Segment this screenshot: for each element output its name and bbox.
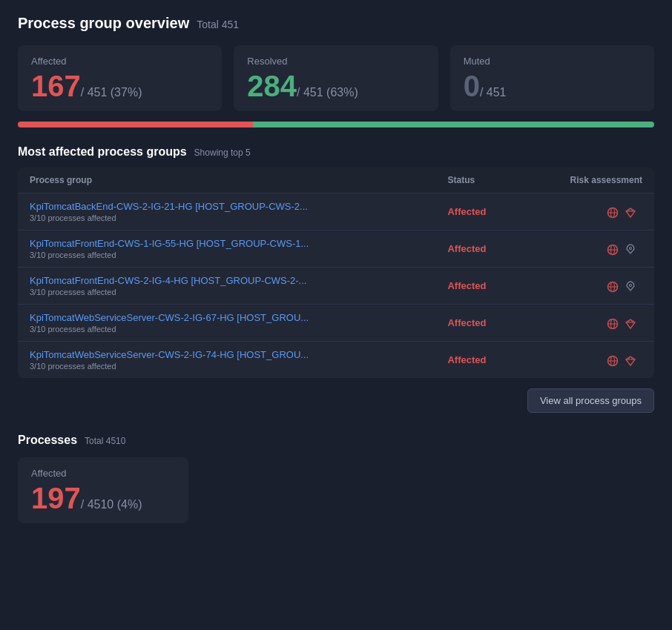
process-groups-table: Process group Status Risk assessment Kpi…: [18, 168, 654, 378]
status-badge: Affected: [447, 354, 486, 365]
muted-label: Muted: [464, 56, 641, 67]
status-badge: Affected: [447, 317, 486, 328]
status-badge: Affected: [447, 206, 486, 217]
muted-card: Muted 0/ 451: [450, 45, 654, 111]
processes-total: Total 4510: [85, 436, 125, 446]
risk-icons: [533, 205, 642, 218]
muted-num: 0: [464, 70, 480, 102]
table-row: KpiTomcatWebServiceServer-CWS-2-IG-67-HG…: [18, 305, 654, 342]
affected-num: 167: [31, 70, 81, 102]
status-badge: Affected: [447, 280, 486, 291]
risk-icons: [533, 316, 642, 329]
risk-icons: [533, 279, 642, 292]
processes-affected-label: Affected: [31, 468, 175, 479]
globe-icon: [607, 242, 619, 255]
page-title: Process group overview: [18, 15, 189, 32]
process-link[interactable]: KpiTomcatFrontEnd-CWS-1-IG-55-HG [HOST_G…: [30, 238, 424, 249]
affected-card: Affected 167/ 451 (37%): [18, 45, 222, 111]
gem-icon: [625, 205, 636, 218]
resolved-sub: / 451 (63%): [297, 86, 358, 99]
globe-icon: [607, 205, 619, 218]
process-link[interactable]: KpiTomcatBackEnd-CWS-2-IG-21-HG [HOST_GR…: [30, 201, 424, 212]
svg-marker-18: [626, 319, 635, 328]
svg-marker-3: [626, 208, 635, 217]
status-badge: Affected: [447, 243, 486, 254]
processes-affected-num: 197: [31, 482, 81, 514]
resolved-label: Resolved: [247, 56, 424, 67]
view-all-button[interactable]: View all process groups: [527, 388, 654, 413]
muted-value: 0/ 451: [464, 71, 641, 101]
progress-green: [253, 122, 654, 127]
process-sub: 3/10 processes affected: [30, 288, 424, 296]
processes-title: Processes: [18, 434, 77, 447]
processes-affected-card: Affected 197/ 4510 (4%): [18, 457, 188, 523]
col-status: Status: [435, 168, 521, 193]
table-row: KpiTomcatBackEnd-CWS-2-IG-21-HG [HOST_GR…: [18, 193, 654, 231]
process-sub: 3/10 processes affected: [30, 325, 424, 334]
resolved-num: 284: [247, 70, 297, 102]
affected-value: 167/ 451 (37%): [31, 71, 208, 101]
affected-sub: / 451 (37%): [81, 86, 142, 99]
processes-affected-sub: / 4510 (4%): [81, 498, 142, 511]
page-total: Total 451: [197, 19, 239, 30]
globe-icon: [607, 353, 619, 366]
risk-icons: [533, 353, 642, 366]
svg-point-10: [630, 248, 632, 250]
process-sub: 3/10 processes affected: [30, 213, 424, 222]
rocket-icon: [625, 242, 636, 255]
table-row: KpiTomcatFrontEnd-CWS-2-IG-4-HG [HOST_GR…: [18, 268, 654, 305]
svg-marker-25: [626, 357, 635, 365]
gem-icon: [625, 316, 636, 329]
table-row: KpiTomcatWebServiceServer-CWS-2-IG-74-HG…: [18, 342, 654, 379]
resolved-card: Resolved 284/ 451 (63%): [234, 45, 438, 111]
rocket-icon: [625, 279, 636, 292]
col-risk: Risk assessment: [521, 168, 654, 193]
most-affected-title: Most affected process groups: [18, 145, 187, 159]
process-sub: 3/10 processes affected: [30, 251, 424, 259]
progress-red: [18, 122, 253, 127]
globe-icon: [607, 279, 619, 292]
muted-sub: / 451: [480, 86, 507, 99]
col-process-group: Process group: [18, 168, 435, 193]
process-sub: 3/10 processes affected: [30, 362, 424, 371]
gem-icon: [625, 353, 636, 366]
svg-point-14: [630, 285, 632, 287]
process-link[interactable]: KpiTomcatFrontEnd-CWS-2-IG-4-HG [HOST_GR…: [30, 275, 424, 286]
process-link[interactable]: KpiTomcatWebServiceServer-CWS-2-IG-67-HG…: [30, 312, 424, 323]
progress-bar: [18, 122, 654, 127]
table-row: KpiTomcatFrontEnd-CWS-1-IG-55-HG [HOST_G…: [18, 231, 654, 268]
most-affected-subtitle: Showing top 5: [194, 147, 251, 158]
globe-icon: [607, 316, 619, 329]
process-link[interactable]: KpiTomcatWebServiceServer-CWS-2-IG-74-HG…: [30, 349, 424, 360]
stat-cards: Affected 167/ 451 (37%) Resolved 284/ 45…: [18, 45, 654, 111]
risk-icons: [533, 242, 642, 255]
affected-label: Affected: [31, 56, 208, 67]
resolved-value: 284/ 451 (63%): [247, 71, 424, 101]
